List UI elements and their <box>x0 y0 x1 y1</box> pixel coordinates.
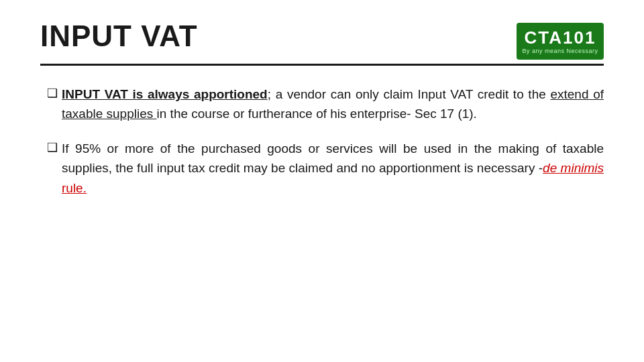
header-section: INPUT VAT CTA101 By any means Necessary <box>40 20 604 60</box>
bullet1-highlight: INPUT VAT is always apportioned <box>62 87 268 101</box>
slide: INPUT VAT CTA101 By any means Necessary … <box>0 0 644 362</box>
bullet-icon-1: ❑ <box>47 86 58 101</box>
bullet2-text-a: If 95% or more of the purchased goods or… <box>62 141 604 175</box>
logo: CTA101 By any means Necessary <box>517 23 604 60</box>
bullet-text-2: If 95% or more of the purchased goods or… <box>62 139 604 198</box>
bullet1-text-a: ; a vendor can only claim Input VAT cred… <box>268 87 551 101</box>
logo-tagline: By any means Necessary <box>522 48 598 54</box>
content-area: ❑ INPUT VAT is always apportioned; a ven… <box>40 84 604 198</box>
bullet-2: ❑ If 95% or more of the purchased goods … <box>47 139 604 198</box>
title-divider <box>40 64 604 66</box>
logo-brand: CTA101 <box>525 29 596 46</box>
bullet-text-1: INPUT VAT is always apportioned; a vendo… <box>62 84 604 124</box>
bullet1-text-c: in the course or furtherance of his ente… <box>157 107 477 121</box>
page-title: INPUT VAT <box>40 20 198 52</box>
bullet-1: ❑ INPUT VAT is always apportioned; a ven… <box>47 84 604 124</box>
bullet-icon-2: ❑ <box>47 140 58 155</box>
bullet2-rule: rule. <box>62 181 87 195</box>
bullet2-de-minimis: de minimis <box>543 161 604 175</box>
